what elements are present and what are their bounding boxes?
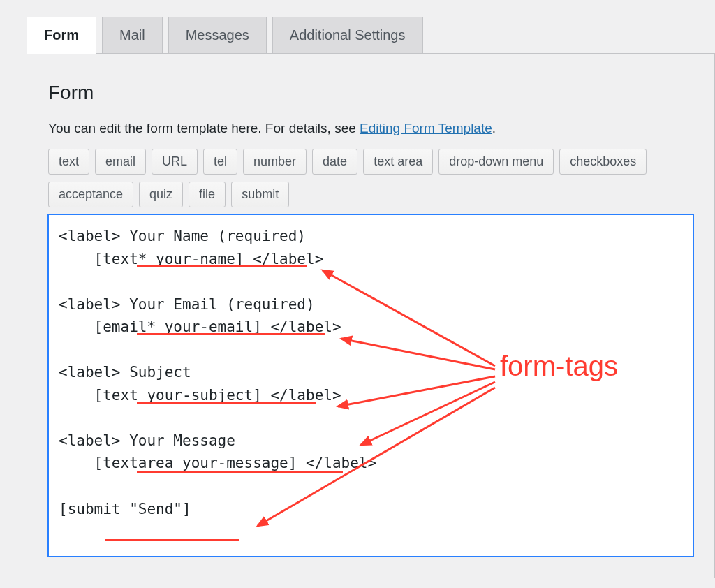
tag-btn-text[interactable]: text (48, 149, 89, 175)
tag-btn-date[interactable]: date (312, 149, 358, 175)
editor-wrap: <label> Your Name (required) [text* your… (48, 214, 693, 557)
tag-btn-email[interactable]: email (95, 149, 146, 175)
tab-form[interactable]: Form (27, 17, 96, 54)
tag-btn-number[interactable]: number (243, 149, 307, 175)
panel-desc-suffix: . (492, 121, 496, 135)
panel-description: You can edit the form template here. For… (48, 121, 693, 136)
tag-btn-url[interactable]: URL (152, 149, 198, 175)
panel-title: Form (48, 82, 693, 104)
tag-btn-file[interactable]: file (189, 182, 226, 207)
tag-btn-textarea[interactable]: text area (363, 149, 433, 175)
form-panel: Form You can edit the form template here… (27, 53, 715, 578)
tab-bar: Form Mail Messages Additional Settings (27, 17, 715, 54)
tag-btn-acceptance[interactable]: acceptance (48, 182, 133, 207)
tab-additional-settings[interactable]: Additional Settings (272, 17, 423, 54)
tag-btn-dropdown[interactable]: drop-down menu (438, 149, 554, 175)
editing-form-template-link[interactable]: Editing Form Template (360, 121, 492, 135)
tag-btn-quiz[interactable]: quiz (139, 182, 183, 207)
tab-messages[interactable]: Messages (168, 17, 267, 54)
panel-desc-text: You can edit the form template here. For… (48, 121, 360, 135)
tab-mail[interactable]: Mail (102, 17, 163, 54)
tag-btn-checkboxes[interactable]: checkboxes (559, 149, 647, 175)
tag-btn-tel[interactable]: tel (203, 149, 237, 175)
tag-buttons-row-2: acceptance quiz file submit (48, 182, 693, 207)
tag-btn-submit[interactable]: submit (231, 182, 289, 207)
tag-buttons-row-1: text email URL tel number date text area… (48, 149, 693, 175)
form-template-editor[interactable]: <label> Your Name (required) [text* your… (48, 214, 693, 557)
